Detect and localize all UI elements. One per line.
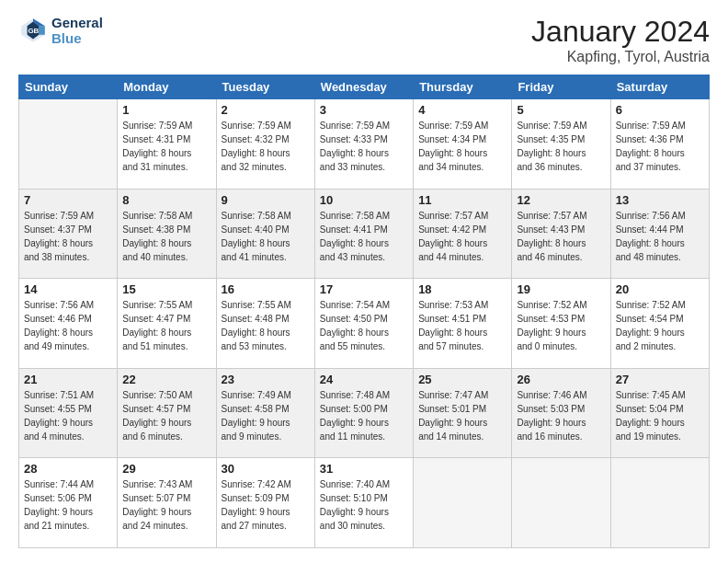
day-number: 14 xyxy=(24,282,112,296)
day-number: 12 xyxy=(517,193,605,207)
calendar-week-row: 14Sunrise: 7:56 AM Sunset: 4:46 PM Dayli… xyxy=(19,279,710,369)
day-info: Sunrise: 7:49 AM Sunset: 4:58 PM Dayligh… xyxy=(222,388,310,443)
day-info: Sunrise: 7:59 AM Sunset: 4:34 PM Dayligh… xyxy=(418,119,506,174)
day-number: 5 xyxy=(517,103,605,117)
calendar-cell: 11Sunrise: 7:57 AM Sunset: 4:42 PM Dayli… xyxy=(414,189,512,279)
calendar-cell xyxy=(19,99,118,190)
day-number: 15 xyxy=(122,282,210,296)
calendar-cell: 28Sunrise: 7:44 AM Sunset: 5:06 PM Dayli… xyxy=(19,458,118,548)
day-info: Sunrise: 7:40 AM Sunset: 5:10 PM Dayligh… xyxy=(320,477,408,533)
calendar-week-row: 28Sunrise: 7:44 AM Sunset: 5:06 PM Dayli… xyxy=(19,458,710,548)
day-info: Sunrise: 7:52 AM Sunset: 4:54 PM Dayligh… xyxy=(616,298,704,353)
day-info: Sunrise: 7:57 AM Sunset: 4:42 PM Dayligh… xyxy=(418,209,506,264)
day-number: 16 xyxy=(222,282,310,296)
day-number: 9 xyxy=(222,193,310,207)
day-number: 8 xyxy=(122,193,210,207)
calendar-cell: 16Sunrise: 7:55 AM Sunset: 4:48 PM Dayli… xyxy=(216,279,314,369)
col-saturday: Saturday xyxy=(610,75,709,99)
col-sunday: Sunday xyxy=(19,75,118,99)
day-number: 28 xyxy=(24,462,112,476)
calendar-cell: 30Sunrise: 7:42 AM Sunset: 5:09 PM Dayli… xyxy=(216,458,314,548)
header: GB General Blue January 2024 Kapfing, Ty… xyxy=(18,15,710,65)
calendar-cell: 17Sunrise: 7:54 AM Sunset: 4:50 PM Dayli… xyxy=(314,279,413,369)
calendar-week-row: 7Sunrise: 7:59 AM Sunset: 4:37 PM Daylig… xyxy=(19,189,710,279)
day-number: 24 xyxy=(320,373,408,386)
calendar-page: GB General Blue January 2024 Kapfing, Ty… xyxy=(0,0,728,563)
calendar-cell: 27Sunrise: 7:45 AM Sunset: 5:04 PM Dayli… xyxy=(610,368,709,458)
calendar-cell: 15Sunrise: 7:55 AM Sunset: 4:47 PM Dayli… xyxy=(118,279,216,369)
day-info: Sunrise: 7:44 AM Sunset: 5:06 PM Dayligh… xyxy=(24,477,112,533)
calendar-cell: 3Sunrise: 7:59 AM Sunset: 4:33 PM Daylig… xyxy=(314,99,413,190)
month-title: January 2024 xyxy=(531,15,710,49)
day-number: 19 xyxy=(517,282,605,296)
calendar-cell: 10Sunrise: 7:58 AM Sunset: 4:41 PM Dayli… xyxy=(314,189,413,279)
col-thursday: Thursday xyxy=(414,75,512,99)
day-number: 6 xyxy=(616,103,704,117)
calendar-week-row: 21Sunrise: 7:51 AM Sunset: 4:55 PM Dayli… xyxy=(19,368,710,458)
day-info: Sunrise: 7:58 AM Sunset: 4:41 PM Dayligh… xyxy=(320,209,408,264)
col-friday: Friday xyxy=(512,75,610,99)
day-number: 7 xyxy=(24,193,112,207)
day-info: Sunrise: 7:59 AM Sunset: 4:35 PM Dayligh… xyxy=(517,119,605,174)
svg-text:GB: GB xyxy=(28,27,39,35)
title-block: January 2024 Kapfing, Tyrol, Austria xyxy=(531,15,710,65)
day-info: Sunrise: 7:43 AM Sunset: 5:07 PM Dayligh… xyxy=(122,477,210,533)
day-number: 23 xyxy=(222,373,310,386)
logo-icon: GB xyxy=(18,16,48,45)
calendar-week-row: 1Sunrise: 7:59 AM Sunset: 4:31 PM Daylig… xyxy=(19,99,710,190)
calendar-cell xyxy=(512,458,610,548)
day-info: Sunrise: 7:48 AM Sunset: 5:00 PM Dayligh… xyxy=(320,388,408,443)
day-number: 2 xyxy=(222,103,310,117)
calendar-cell: 20Sunrise: 7:52 AM Sunset: 4:54 PM Dayli… xyxy=(610,279,709,369)
day-number: 31 xyxy=(320,462,408,476)
day-number: 17 xyxy=(320,282,408,296)
svg-marker-2 xyxy=(39,26,44,35)
day-info: Sunrise: 7:53 AM Sunset: 4:51 PM Dayligh… xyxy=(418,298,506,353)
calendar-cell: 14Sunrise: 7:56 AM Sunset: 4:46 PM Dayli… xyxy=(19,279,118,369)
day-number: 27 xyxy=(616,373,704,386)
calendar-cell: 1Sunrise: 7:59 AM Sunset: 4:31 PM Daylig… xyxy=(118,99,216,190)
calendar-cell xyxy=(610,458,709,548)
day-number: 10 xyxy=(320,193,408,207)
calendar-cell: 9Sunrise: 7:58 AM Sunset: 4:40 PM Daylig… xyxy=(216,189,314,279)
calendar-cell: 22Sunrise: 7:50 AM Sunset: 4:57 PM Dayli… xyxy=(118,368,216,458)
calendar-cell: 25Sunrise: 7:47 AM Sunset: 5:01 PM Dayli… xyxy=(414,368,512,458)
day-number: 30 xyxy=(222,462,310,476)
day-info: Sunrise: 7:59 AM Sunset: 4:37 PM Dayligh… xyxy=(24,209,112,264)
day-info: Sunrise: 7:56 AM Sunset: 4:46 PM Dayligh… xyxy=(24,298,112,353)
day-number: 11 xyxy=(418,193,506,207)
day-number: 13 xyxy=(616,193,704,207)
calendar-cell: 21Sunrise: 7:51 AM Sunset: 4:55 PM Dayli… xyxy=(19,368,118,458)
day-info: Sunrise: 7:46 AM Sunset: 5:03 PM Dayligh… xyxy=(517,388,605,443)
day-number: 26 xyxy=(517,373,605,386)
calendar-cell: 23Sunrise: 7:49 AM Sunset: 4:58 PM Dayli… xyxy=(216,368,314,458)
day-number: 4 xyxy=(418,103,506,117)
day-number: 22 xyxy=(122,373,210,386)
day-number: 20 xyxy=(616,282,704,296)
calendar-cell: 8Sunrise: 7:58 AM Sunset: 4:38 PM Daylig… xyxy=(118,189,216,279)
day-info: Sunrise: 7:55 AM Sunset: 4:48 PM Dayligh… xyxy=(222,298,310,353)
day-info: Sunrise: 7:59 AM Sunset: 4:32 PM Dayligh… xyxy=(222,119,310,174)
day-info: Sunrise: 7:54 AM Sunset: 4:50 PM Dayligh… xyxy=(320,298,408,353)
day-info: Sunrise: 7:56 AM Sunset: 4:44 PM Dayligh… xyxy=(616,209,704,264)
day-info: Sunrise: 7:51 AM Sunset: 4:55 PM Dayligh… xyxy=(24,388,112,443)
day-info: Sunrise: 7:59 AM Sunset: 4:36 PM Dayligh… xyxy=(616,119,704,174)
col-tuesday: Tuesday xyxy=(216,75,314,99)
day-info: Sunrise: 7:58 AM Sunset: 4:40 PM Dayligh… xyxy=(222,209,310,264)
day-number: 29 xyxy=(122,462,210,476)
day-number: 18 xyxy=(418,282,506,296)
col-monday: Monday xyxy=(118,75,216,99)
location-title: Kapfing, Tyrol, Austria xyxy=(531,49,710,65)
calendar-cell: 18Sunrise: 7:53 AM Sunset: 4:51 PM Dayli… xyxy=(414,279,512,369)
day-info: Sunrise: 7:55 AM Sunset: 4:47 PM Dayligh… xyxy=(122,298,210,353)
day-number: 21 xyxy=(24,373,112,386)
day-number: 3 xyxy=(320,103,408,117)
calendar-cell xyxy=(414,458,512,548)
day-info: Sunrise: 7:50 AM Sunset: 4:57 PM Dayligh… xyxy=(122,388,210,443)
logo: GB General Blue xyxy=(18,15,103,46)
day-info: Sunrise: 7:57 AM Sunset: 4:43 PM Dayligh… xyxy=(517,209,605,264)
calendar-cell: 2Sunrise: 7:59 AM Sunset: 4:32 PM Daylig… xyxy=(216,99,314,190)
header-row: Sunday Monday Tuesday Wednesday Thursday… xyxy=(19,75,710,99)
day-info: Sunrise: 7:58 AM Sunset: 4:38 PM Dayligh… xyxy=(122,209,210,264)
day-info: Sunrise: 7:45 AM Sunset: 5:04 PM Dayligh… xyxy=(616,388,704,443)
